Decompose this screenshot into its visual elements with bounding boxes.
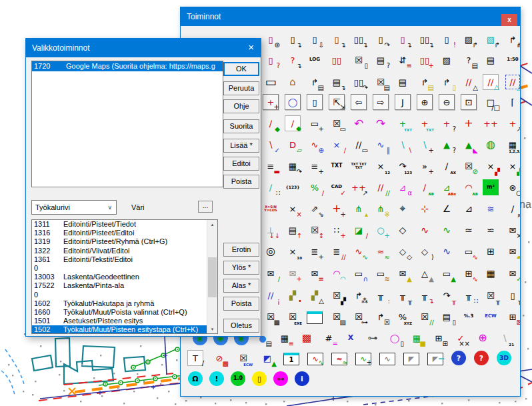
version-badge-icon[interactable]: 1.0 [231,371,245,386]
grid-plus-icon[interactable]: ⊞ [483,243,499,259]
zigzag-guides-icon[interactable]: ∿‖ [373,137,389,153]
ground-arrows-icon[interactable]: ⊥↓↓ [263,222,279,238]
text-style-icon[interactable]: T∕ [187,350,203,366]
tower-doc-icon[interactable]: ▯╥ [505,287,521,303]
sort-arrows-icon[interactable]: ⇵≡ [395,52,411,68]
angle-ab-icon[interactable]: ∕AB [417,179,433,195]
hatch-triangle-sel-icon[interactable]: ∕∕△ [483,74,499,90]
profile-compare-icon[interactable]: ∿∿ [351,243,367,259]
draw-pen-icon[interactable]: J [395,94,411,110]
triangle-calc-icon[interactable]: ⊿ [461,201,477,217]
scroll-thumb[interactable] [208,257,217,297]
ok-button[interactable]: OK [223,62,259,76]
info-badge-icon[interactable]: i [295,371,309,386]
question-export-icon[interactable]: ?↴ [285,52,301,68]
hatch-import-icon[interactable]: ▨↱ [461,31,477,47]
help-blue-icon[interactable]: ? [451,351,466,365]
profile-green-icon[interactable]: ∿ [439,222,455,238]
validate-marks-icon[interactable]: ✓×× [453,330,469,346]
tower-scatter-icon[interactable]: ╥∷ [461,287,477,303]
window-list-check-icon[interactable]: ☒▤ [329,309,345,325]
txt-insert-icon[interactable]: +TXT [395,115,411,131]
txt-multiple-icon[interactable]: TXT TXT TXT [351,158,367,174]
colored-line-check-icon[interactable]: ∕◆ [263,115,279,131]
grid-wave-icon[interactable]: ⊞∿ [461,265,477,281]
chart-plus-icon[interactable]: ∿+ [355,353,371,365]
macro-check-icon[interactable]: ↱☒ [373,309,389,325]
table-check-icon[interactable]: ☒▦ [263,309,279,325]
window-titlebar-icon[interactable] [307,311,323,324]
curve-magenta-icon[interactable]: ◠◠ [329,265,345,281]
add-points-pair-icon[interactable]: ++ [263,94,279,110]
terrain-road-icon[interactable]: ▞• [285,287,301,303]
toiminnot-titlebar[interactable]: Toiminnot [181,7,520,26]
doc-hatched-icon[interactable]: ▨ [439,52,455,68]
doc-export-icon[interactable]: ↱▤ [307,74,323,90]
doc-save-red-icon[interactable]: ▯↴ [395,31,411,47]
hatch-triangle-icon[interactable]: ∕∕△ [461,74,477,90]
scroll-up-icon[interactable]: ▴ [207,220,217,229]
doc-checkbox-icon[interactable]: ☒▯ [351,52,367,68]
add-vector-icon[interactable]: +↗ [505,115,521,131]
hatch-triangle-dashed-icon[interactable]: ∕∕△ [505,74,521,90]
default-button[interactable]: Oletus [223,319,259,333]
printer-icon[interactable]: ▤ [483,52,499,68]
zoom-out-icon[interactable]: ⊖ [439,94,455,110]
help-button[interactable]: Ohje [223,99,259,113]
tower-ladder-icon[interactable]: ╥: [373,287,389,303]
menu-list-item[interactable]: 1602Työkalut/Hakutapa ja ryhmä [32,299,217,308]
users-export-icon[interactable]: ↱⁂ [351,287,367,303]
chart-red-green-icon[interactable]: ∿∿ [307,353,323,365]
colored-line-check-sel-icon[interactable]: ∕◆ [285,115,301,131]
doc-send-icon[interactable]: ▤↴ [329,74,345,90]
triangle-query-icon[interactable]: ▲? [439,137,455,153]
square-cube-icon[interactable]: □∕□ [483,94,499,110]
exit-door-icon[interactable]: ⌂ [285,74,301,90]
zoom-in-icon[interactable]: ⊕ [417,94,433,110]
menu-list-item[interactable]: 17522Laskenta/Pinta-ala [32,281,217,290]
dotted-box-red-icon[interactable]: ▩ [299,330,315,346]
pan-left-icon[interactable]: ⇦ [351,94,367,110]
staked-lines-icon[interactable]: ∕∕¡ [263,287,279,303]
tin-edit-icon[interactable]: ✉+ [285,265,301,281]
txt-icon[interactable]: TXT [329,158,345,174]
angle-measure-icon[interactable]: ∠ [439,201,455,217]
doc-transfer-icon[interactable]: ▯▯↷ [351,74,367,90]
doc-stack-copy-icon[interactable]: ▯▯↴ [351,31,367,47]
window-surface-icon[interactable]: ▭▲ [439,265,455,281]
dotted-sphere-icon[interactable]: ◍ [483,137,499,153]
menu-list-item[interactable]: 1311Editointi/Pisteet/Tiedot [32,220,217,229]
curve-ab-icon[interactable]: ◠AB [461,179,477,195]
profile-trend-icon[interactable]: ≈≈ [373,243,389,259]
doc-duplicate-icon[interactable]: ▯⇩ [307,31,323,47]
menu-list-item[interactable]: 1502Työkalut/Muut/Pisteen esitystapa (Ct… [32,325,217,334]
wave-blue-icon[interactable]: ≋ [483,201,499,217]
table-numbering-icon[interactable]: ▦1,2,3.. [505,137,521,153]
renumber-icon[interactable]: ×12 [373,158,389,174]
dialog-titlebar[interactable]: Valikkotoiminnot [26,39,261,57]
slope-hatch-icon[interactable]: ≣∕∕ [329,243,345,259]
audio-tool-icon[interactable]: Ω [188,371,203,386]
list-red-icon[interactable]: ≡▬ [263,158,279,174]
points-polyline-icon[interactable]: ∕∷ [263,179,279,195]
profile-red-icon[interactable]: ∿ [417,222,433,238]
decimals-icon[interactable]: %.3 [461,309,477,325]
doc-copy-red-icon[interactable]: ▯↴ [329,31,345,47]
doc-move-icon[interactable]: ▯↷ [373,31,389,47]
doc-copy-add-icon[interactable]: ▯⊕ [263,31,279,47]
scrollbar[interactable]: ▴ ▾ [207,220,217,333]
new-sheet-icon[interactable]: ▯ [307,94,323,110]
grid-links-icon[interactable]: ⊞⊠ [505,309,521,325]
doc-warning-icon[interactable]: ▯! [439,31,455,47]
angle-alpha-icon[interactable]: ⊿α [395,179,411,195]
doc-stack-icon[interactable]: ▯▯ [329,52,345,68]
tower-check-icon[interactable]: ☒╥ [483,287,499,303]
doc-badge-icon[interactable]: ▯ [252,371,267,386]
doc-save-pair-icon[interactable]: ▯▯↴ [417,31,433,47]
group-brace-icon[interactable]: {123} [285,179,301,195]
circle-snap-icon[interactable]: ◯ [285,94,301,110]
tag-export-icon[interactable]: ↱▤ [417,74,433,90]
edit-shape-icon[interactable]: D▱ [285,137,301,153]
vectors-cross-icon[interactable]: ×× [285,201,301,217]
exe-check-icon[interactable]: ☒EXE [285,309,301,325]
